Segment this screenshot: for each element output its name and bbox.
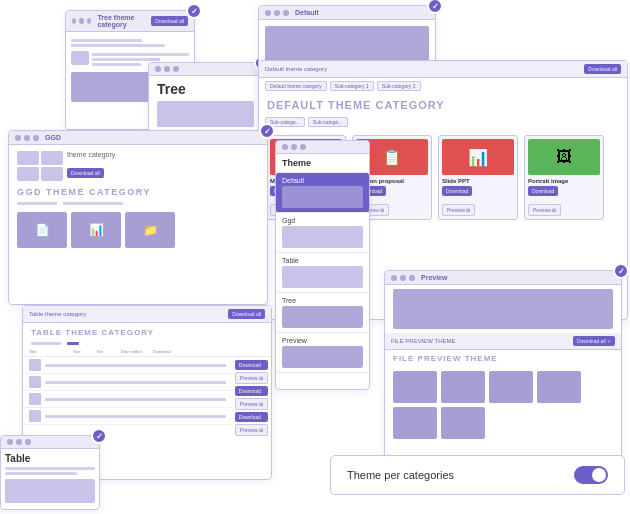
tbl-dot2 bbox=[16, 439, 22, 445]
table-rows-container: Download Preview ⊞ Download Preview ⊞ Do… bbox=[23, 357, 271, 439]
col-download: Download bbox=[153, 349, 265, 354]
col-title: Title bbox=[29, 349, 69, 354]
sidebar-item-preview[interactable]: Preview bbox=[276, 333, 369, 373]
table-action-btns: Download Preview ⊞ Download Preview ⊞ Do… bbox=[232, 357, 271, 439]
theme-categories-toggle[interactable] bbox=[574, 466, 608, 484]
preview-thumb-3 bbox=[489, 371, 533, 403]
sidebar-item-tree[interactable]: Tree bbox=[276, 293, 369, 333]
preview-title: Preview bbox=[421, 274, 447, 281]
sidebar-preview-thumb bbox=[282, 346, 363, 368]
slide-thumb: 📊 bbox=[442, 139, 514, 175]
table-label-line-2 bbox=[5, 472, 77, 475]
table-row-4 bbox=[23, 408, 232, 425]
ggd-check: ✓ bbox=[259, 123, 275, 139]
ggd-logo-grid bbox=[17, 151, 63, 181]
table-label-check: ✓ bbox=[91, 428, 107, 444]
table-row-2-icon bbox=[29, 376, 41, 388]
toggle-knob bbox=[592, 468, 606, 482]
ggd-dot3 bbox=[33, 135, 39, 141]
col-date: Date added bbox=[121, 349, 149, 354]
table-column-headers: Title Size File Date added Download bbox=[23, 347, 271, 357]
preview-thumb-4 bbox=[537, 371, 581, 403]
theme-categories-bar: Theme per categories bbox=[330, 455, 625, 495]
table-dl-btn-1[interactable]: Download bbox=[235, 360, 268, 370]
default-category-dl-btn[interactable]: Download all bbox=[584, 64, 621, 74]
ggd-logo-1 bbox=[17, 151, 39, 165]
ggd-logo-3 bbox=[17, 167, 39, 181]
default-small-check: ✓ bbox=[427, 0, 443, 14]
tree-small-dl-btn[interactable]: Download all bbox=[151, 16, 188, 26]
preview-thumb-5 bbox=[393, 407, 437, 439]
sidebar-item-default[interactable]: Default bbox=[276, 173, 369, 213]
theme-sidebar-titlebar bbox=[276, 141, 369, 154]
table-preview-btn-3[interactable]: Preview ⊞ bbox=[235, 424, 268, 436]
ggd-bars bbox=[9, 199, 267, 208]
slide-dl-btn[interactable]: Download bbox=[442, 186, 472, 196]
ts-dot1 bbox=[282, 144, 288, 150]
table-label-block bbox=[5, 479, 95, 503]
dot1 bbox=[72, 18, 76, 24]
slide-btns: Download bbox=[442, 186, 472, 196]
table-row-2 bbox=[23, 374, 232, 391]
table-row-4-text bbox=[45, 415, 226, 418]
tbl-dot1 bbox=[7, 439, 13, 445]
preview-check: ✓ bbox=[613, 263, 629, 279]
sidebar-table-thumb bbox=[282, 266, 363, 288]
table-preview-btn-2[interactable]: Preview ⊞ bbox=[235, 398, 268, 410]
table-files-header: Table theme category Download all bbox=[23, 306, 271, 323]
portrait-icon: 🖼 bbox=[556, 148, 572, 166]
table-row-1-text bbox=[45, 364, 226, 367]
ggd-title: GGD bbox=[45, 134, 61, 141]
ggd-thumb-1: 📄 bbox=[17, 212, 67, 248]
table-row-3-icon bbox=[29, 393, 41, 405]
tree-block-1 bbox=[71, 51, 89, 65]
theme-sidebar-window: Theme Default Ggd Table Tree Preview bbox=[275, 140, 370, 390]
tree-small-check: ✓ bbox=[186, 3, 202, 19]
default-category-header: Default theme category Download all bbox=[259, 61, 627, 78]
default-file-tabs: Sub-catego... Sub-catego... bbox=[259, 114, 627, 130]
ggd-dl-btn[interactable]: Download all bbox=[67, 168, 104, 178]
pv-dot1 bbox=[391, 275, 397, 281]
default-small-title: Default bbox=[295, 9, 319, 16]
tl-dot3 bbox=[173, 66, 179, 72]
pv-dot3 bbox=[409, 275, 415, 281]
table-filter-row bbox=[23, 340, 271, 347]
ggd-bar-1 bbox=[17, 202, 57, 205]
preview-dl-btn[interactable]: Download all ✓ bbox=[573, 336, 615, 346]
ggd-big-title: GGD THEME CATEGORY bbox=[9, 183, 267, 199]
default-subcategory-tabs: Default theme category Sub-category 1 Su… bbox=[259, 78, 627, 94]
default-sub-cat-2[interactable]: Sub-category 2 bbox=[377, 81, 421, 91]
default-file-sub-2[interactable]: Sub-catego... bbox=[308, 117, 348, 127]
slide-preview-btn[interactable]: Preview ⊞ bbox=[442, 204, 475, 216]
file-preview-big-title: FILE PREVIEW THEME bbox=[385, 350, 621, 365]
table-preview-btn-1[interactable]: Preview ⊞ bbox=[235, 372, 268, 384]
tree-label-titlebar bbox=[149, 63, 262, 76]
ggd-logo-4 bbox=[41, 167, 63, 181]
lesson-icon: 📋 bbox=[382, 148, 402, 167]
sidebar-item-ggd[interactable]: Ggd bbox=[276, 213, 369, 253]
portrait-preview-btn[interactable]: Preview ⊞ bbox=[528, 204, 561, 216]
tree-line-3 bbox=[92, 53, 189, 56]
theme-categories-label: Theme per categories bbox=[347, 469, 454, 481]
portrait-dl-btn[interactable]: Download bbox=[528, 186, 558, 196]
default-sub-breadcrumb: Default theme category bbox=[265, 81, 327, 91]
ggd-dot2 bbox=[24, 135, 30, 141]
table-dl-btn-2[interactable]: Download bbox=[235, 386, 268, 396]
table-files-breadcrumb: Table theme category bbox=[29, 311, 86, 317]
pv-dot2 bbox=[400, 275, 406, 281]
ts-dot3 bbox=[300, 144, 306, 150]
preview-titlebar: Preview bbox=[385, 271, 621, 285]
table-files-dl-btn[interactable]: Download all bbox=[228, 309, 265, 319]
theme-sidebar-label: Theme bbox=[276, 154, 369, 173]
sidebar-ggd-thumb bbox=[282, 226, 363, 248]
sidebar-item-table[interactable]: Table bbox=[276, 253, 369, 293]
template-card-slide: 📊 Slide PPT Download Preview ⊞ bbox=[438, 135, 518, 220]
table-dl-btn-3[interactable]: Download bbox=[235, 412, 268, 422]
ggd-thumb-3: 📁 bbox=[125, 212, 175, 248]
default-category-breadcrumb: Default theme category bbox=[265, 66, 327, 72]
default-sub-cat-1[interactable]: Sub-category 1 bbox=[330, 81, 374, 91]
tl-dot2 bbox=[164, 66, 170, 72]
table-rows-left bbox=[23, 357, 232, 439]
dot2 bbox=[79, 18, 83, 24]
preview-mini-area bbox=[385, 285, 621, 329]
